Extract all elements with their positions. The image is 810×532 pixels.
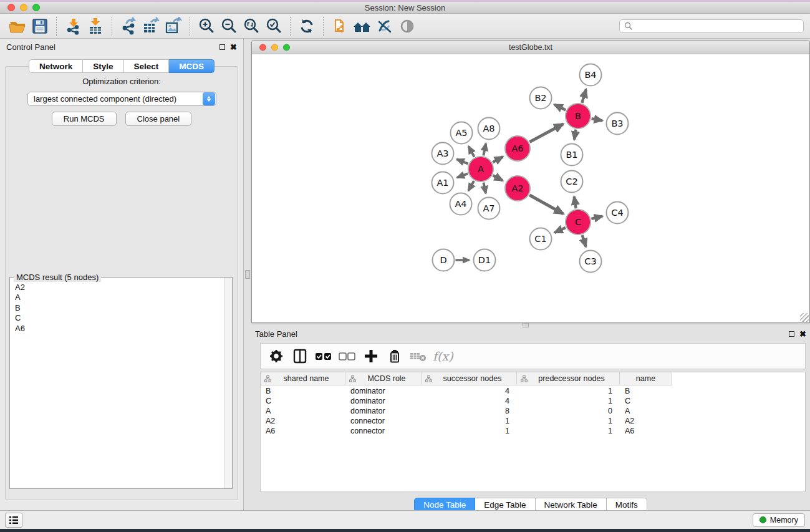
tab-network[interactable]: Network: [29, 59, 83, 73]
result-item[interactable]: B: [15, 303, 224, 313]
add-row-button[interactable]: [360, 346, 382, 367]
edge-B-B3[interactable]: [592, 118, 602, 120]
edge-C-C4[interactable]: [591, 216, 602, 219]
column-header-successor-nodes[interactable]: successor nodes: [422, 372, 517, 385]
node-B1[interactable]: B1: [561, 144, 583, 166]
import-table-button[interactable]: [84, 16, 107, 37]
close-window-button[interactable]: [7, 4, 15, 11]
node-C[interactable]: C: [566, 210, 591, 235]
edge-A6-B[interactable]: [529, 124, 563, 142]
function-builder-button[interactable]: f(x): [432, 349, 453, 363]
select-columns-button[interactable]: [289, 346, 311, 367]
zoom-window-button[interactable]: [32, 4, 40, 11]
table-cell[interactable]: A6: [261, 427, 345, 435]
table-cell[interactable]: C: [261, 397, 345, 405]
export-image-button[interactable]: [162, 16, 185, 37]
table-cell[interactable]: connector: [345, 427, 422, 435]
hide-all-columns-button[interactable]: [337, 346, 358, 367]
table-cell[interactable]: A2: [620, 417, 672, 425]
edge-A-A7[interactable]: [483, 183, 486, 193]
search-input[interactable]: [619, 19, 804, 33]
table-row[interactable]: Adominator80A: [261, 406, 805, 416]
node-A2[interactable]: A2: [505, 176, 530, 201]
edge-C-C3[interactable]: [582, 235, 586, 247]
table-cell[interactable]: 8: [422, 407, 517, 415]
edge-A-A8[interactable]: [483, 143, 486, 155]
result-item[interactable]: A2: [15, 283, 224, 293]
table-cell[interactable]: connector: [345, 417, 422, 425]
panel-splitter-grip[interactable]: [245, 270, 250, 279]
zoom-fit-button[interactable]: [240, 16, 263, 37]
node-C2[interactable]: C2: [561, 171, 583, 193]
show-details-button[interactable]: [396, 16, 418, 37]
table-row[interactable]: Bdominator41B: [261, 386, 805, 396]
edge-A-A3[interactable]: [457, 159, 468, 163]
node-A8[interactable]: A8: [478, 118, 500, 140]
minimize-network-window-button[interactable]: [271, 44, 278, 51]
edge-A-A5[interactable]: [469, 147, 475, 157]
table-cell[interactable]: 1: [422, 427, 517, 435]
node-B2[interactable]: B2: [530, 87, 552, 109]
save-session-button[interactable]: [29, 16, 51, 37]
refresh-layout-button[interactable]: [296, 16, 318, 37]
import-network-button[interactable]: [62, 16, 84, 37]
welcome-screen-button[interactable]: [351, 16, 374, 37]
table-cell[interactable]: A6: [620, 427, 672, 435]
edge-B-B2[interactable]: [554, 105, 566, 110]
float-panel-icon[interactable]: [219, 44, 225, 50]
table-cell[interactable]: dominator: [345, 387, 422, 395]
zoom-selected-button[interactable]: [263, 16, 285, 37]
edge-A2-C[interactable]: [529, 195, 563, 214]
edge-B-B4[interactable]: [582, 89, 586, 102]
table-cell[interactable]: 4: [422, 397, 517, 405]
float-table-panel-icon[interactable]: [789, 331, 794, 337]
table-cell[interactable]: 1: [517, 417, 620, 425]
task-history-button[interactable]: [5, 513, 22, 528]
network-window-titlebar[interactable]: testGlobe.txt: [252, 41, 809, 54]
node-C4[interactable]: C4: [607, 202, 629, 224]
hide-details-button[interactable]: [374, 16, 396, 37]
table-settings-button[interactable]: [266, 346, 287, 367]
table-cell[interactable]: 1: [517, 397, 620, 405]
table-cell[interactable]: C: [620, 397, 672, 405]
edge-A-A2[interactable]: [493, 175, 503, 180]
open-session-button[interactable]: [6, 16, 29, 37]
edge-B-B1[interactable]: [574, 130, 576, 140]
result-scrollbar[interactable]: [224, 278, 232, 488]
node-A5[interactable]: A5: [451, 122, 473, 144]
close-network-window-button[interactable]: [259, 44, 266, 51]
show-all-columns-button[interactable]: [313, 346, 334, 367]
node-table[interactable]: shared nameMCDS rolesuccessor nodesprede…: [260, 372, 806, 492]
node-D[interactable]: D: [433, 249, 455, 271]
tab-style[interactable]: Style: [83, 59, 123, 73]
table-row[interactable]: Cdominator41C: [261, 396, 805, 406]
result-item[interactable]: A: [15, 293, 224, 302]
table-cell[interactable]: B: [620, 387, 672, 395]
close-panel-button[interactable]: Close panel: [125, 112, 192, 126]
column-header-predecessor-nodes[interactable]: predecessor nodes: [517, 372, 620, 385]
node-C3[interactable]: C3: [580, 251, 602, 273]
new-network-view-button[interactable]: [329, 16, 351, 37]
node-D1[interactable]: D1: [474, 249, 496, 271]
node-A4[interactable]: A4: [450, 193, 472, 215]
table-cell[interactable]: 1: [517, 387, 620, 395]
edge-A-A6[interactable]: [493, 157, 503, 162]
network-canvas[interactable]: B4B2BB3A8A5A6A3B1AC2A1A2A4A7C4CC1C3DD1: [252, 54, 809, 322]
memory-button[interactable]: Memory: [753, 513, 805, 527]
table-row[interactable]: A2connector11A2: [261, 416, 805, 426]
column-header-name[interactable]: name: [620, 372, 672, 385]
node-B4[interactable]: B4: [580, 64, 602, 86]
close-panel-icon[interactable]: ✖: [230, 43, 237, 51]
table-cell[interactable]: A: [261, 407, 345, 415]
criterion-select[interactable]: largest connected component (directed): [27, 92, 216, 106]
table-cell[interactable]: dominator: [345, 397, 422, 405]
table-cell[interactable]: dominator: [345, 407, 422, 415]
column-header-shared-name[interactable]: shared name: [261, 372, 345, 385]
result-item[interactable]: C: [15, 313, 224, 323]
node-B3[interactable]: B3: [607, 113, 629, 135]
close-table-panel-icon[interactable]: ✖: [799, 330, 806, 338]
table-cell[interactable]: 1: [517, 427, 620, 435]
delete-row-button[interactable]: [384, 346, 405, 367]
edge-C-C2[interactable]: [574, 196, 576, 208]
table-cell[interactable]: 4: [422, 387, 517, 395]
